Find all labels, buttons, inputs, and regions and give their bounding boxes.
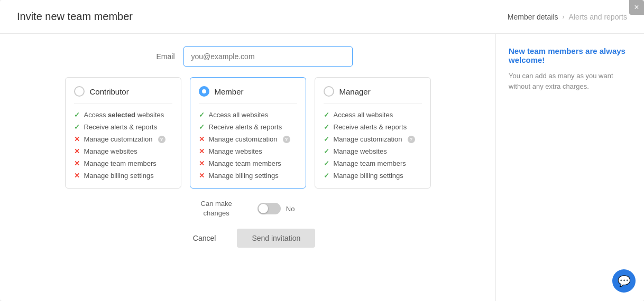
feature-item: ✓ Access all websites <box>199 111 297 119</box>
feature-item: ✕ Manage websites <box>199 147 297 155</box>
send-invitation-button[interactable]: Send invitation <box>237 229 315 248</box>
feature-text: Access all websites <box>334 111 393 119</box>
feature-list-member: ✓ Access all websites ✓ Receive alerts &… <box>199 111 297 180</box>
feature-item: ✓ Receive alerts & reports <box>324 123 422 131</box>
breadcrumb: Member details › Alerts and reports <box>508 13 627 21</box>
feature-list-contributor: ✓ Access selected websites ✓ Receive ale… <box>74 111 172 180</box>
feature-item: ✓ Manage customization ? <box>324 135 422 143</box>
email-input[interactable] <box>183 46 353 67</box>
feature-text: Receive alerts & reports <box>84 123 158 131</box>
cross-icon: ✕ <box>199 172 205 180</box>
cross-icon: ✕ <box>199 159 205 167</box>
feature-text: Manage customization <box>209 135 278 143</box>
cross-icon: ✕ <box>199 135 205 143</box>
feature-item: ✕ Manage customization ? <box>74 135 172 143</box>
email-label: Email <box>143 52 175 61</box>
bottom-row: Can makechanges No <box>17 199 479 218</box>
feature-item: ✕ Manage billing settings <box>199 172 297 180</box>
feature-item: ✕ Manage billing settings <box>74 172 172 180</box>
role-card-contributor[interactable]: Contributor ✓ Access selected websites ✓… <box>65 77 181 189</box>
feature-text: Manage billing settings <box>209 172 279 180</box>
feature-text: Receive alerts & reports <box>334 123 407 131</box>
feature-text: Manage billing settings <box>334 172 403 180</box>
role-header-member: Member <box>199 86 297 104</box>
sidebar: New team members are always welcome! You… <box>496 34 644 301</box>
check-icon: ✓ <box>324 172 329 180</box>
cross-icon: ✕ <box>74 147 80 155</box>
role-header-manager: Manager <box>324 86 422 104</box>
feature-list-manager: ✓ Access all websites ✓ Receive alerts &… <box>324 111 422 180</box>
feature-item: ✓ Access selected websites <box>74 111 172 119</box>
check-icon: ✓ <box>74 111 80 119</box>
radio-contributor[interactable] <box>74 86 85 97</box>
breadcrumb-step1: Member details <box>508 13 558 21</box>
cross-icon: ✕ <box>74 172 80 180</box>
modal-body: Email Contributor ✓ Access selected webs… <box>0 34 644 301</box>
check-icon: ✓ <box>324 159 329 167</box>
breadcrumb-step2: Alerts and reports <box>569 13 628 21</box>
check-icon: ✓ <box>324 147 329 155</box>
check-icon: ✓ <box>199 111 205 119</box>
check-icon: ✓ <box>199 123 205 131</box>
feature-text: Manage customization <box>84 135 153 143</box>
feature-item: ✕ Manage team members <box>74 159 172 167</box>
sidebar-title: New team members are always welcome! <box>509 46 631 64</box>
check-icon: ✓ <box>324 135 329 143</box>
role-name-contributor: Contributor <box>90 87 129 96</box>
toggle-knob <box>259 204 268 213</box>
feature-text: Access selected websites <box>84 111 164 119</box>
feature-text: Manage websites <box>209 147 262 155</box>
role-header-contributor: Contributor <box>74 86 172 104</box>
chat-icon: 💬 <box>618 275 631 287</box>
cross-icon: ✕ <box>199 147 205 155</box>
close-button[interactable]: × <box>629 0 644 15</box>
info-icon[interactable]: ? <box>283 136 290 143</box>
feature-text: Manage team members <box>209 159 281 167</box>
sidebar-description: You can add as many as you want without … <box>509 71 631 91</box>
feature-text: Manage team members <box>84 159 157 167</box>
info-icon[interactable]: ? <box>158 136 165 143</box>
modal-header: Invite new team member Member details › … <box>0 0 644 34</box>
radio-manager[interactable] <box>324 86 334 97</box>
feature-text: Manage websites <box>334 147 387 155</box>
feature-text: Manage websites <box>84 147 137 155</box>
modal-title: Invite new team member <box>17 11 133 23</box>
cross-icon: ✕ <box>74 159 80 167</box>
feature-item: ✓ Manage team members <box>324 159 422 167</box>
check-icon: ✓ <box>324 123 329 131</box>
feature-text: Manage billing settings <box>84 172 154 180</box>
feature-item: ✓ Manage billing settings <box>324 172 422 180</box>
chat-bubble-button[interactable]: 💬 <box>612 269 636 293</box>
check-icon: ✓ <box>324 111 329 119</box>
cancel-button[interactable]: Cancel <box>180 229 229 248</box>
feature-item: ✓ Receive alerts & reports <box>74 123 172 131</box>
feature-text: Manage team members <box>334 159 406 167</box>
roles-row: Contributor ✓ Access selected websites ✓… <box>17 77 479 189</box>
feature-item: ✕ Manage team members <box>199 159 297 167</box>
main-content: Email Contributor ✓ Access selected webs… <box>0 34 496 301</box>
radio-member[interactable] <box>199 86 209 97</box>
cross-icon: ✕ <box>74 135 80 143</box>
can-make-changes-label: Can makechanges <box>201 199 232 218</box>
toggle-row: No <box>257 203 295 214</box>
role-card-manager[interactable]: Manager ✓ Access all websites ✓ Receive … <box>315 77 431 189</box>
info-icon[interactable]: ? <box>408 136 415 143</box>
role-name-manager: Manager <box>339 87 371 96</box>
feature-text: Receive alerts & reports <box>209 123 282 131</box>
feature-text: Access all websites <box>209 111 269 119</box>
feature-item: ✓ Receive alerts & reports <box>199 123 297 131</box>
check-icon: ✓ <box>74 123 80 131</box>
toggle-label: No <box>286 205 295 213</box>
feature-item: ✕ Manage customization ? <box>199 135 297 143</box>
feature-item: ✓ Access all websites <box>324 111 422 119</box>
toggle-switch[interactable] <box>257 203 281 214</box>
feature-item: ✓ Manage websites <box>324 147 422 155</box>
actions-row: Cancel Send invitation <box>17 229 479 248</box>
role-card-member[interactable]: Member ✓ Access all websites ✓ Receive a… <box>190 77 306 189</box>
email-row: Email <box>17 46 479 67</box>
role-name-member: Member <box>215 87 244 96</box>
breadcrumb-chevron: › <box>563 13 565 21</box>
invite-modal: Invite new team member Member details › … <box>0 0 644 301</box>
feature-text: Manage customization <box>334 135 402 143</box>
feature-item: ✕ Manage websites <box>74 147 172 155</box>
